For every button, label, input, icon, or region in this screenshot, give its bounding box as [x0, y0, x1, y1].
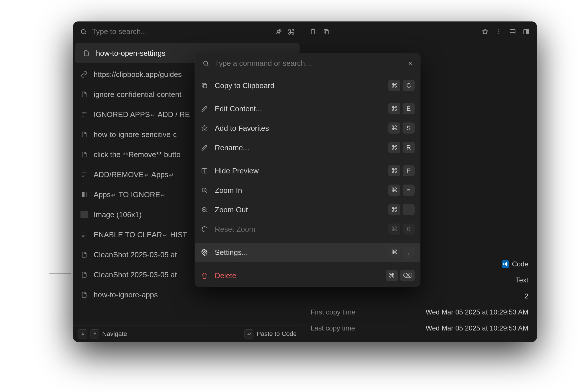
meta-first-label: First copy time: [311, 308, 355, 316]
list-item-label: CleanShot 2025-03-05 at: [94, 250, 177, 259]
svg-point-40: [204, 252, 205, 253]
shortcut-keys: ⌘0: [388, 223, 415, 235]
reset-icon: [200, 225, 208, 233]
svg-line-34: [206, 192, 207, 193]
shortcut-keys: ⌘⌫: [386, 270, 415, 281]
meta-first-row: First copy time Wed Mar 05 2025 at 10:29…: [311, 304, 528, 320]
panel-right-icon[interactable]: [522, 27, 531, 36]
zoomin-icon: [200, 186, 208, 194]
svg-line-1: [85, 33, 86, 34]
panel-bottom-icon[interactable]: [508, 27, 517, 36]
cmd-label: Zoom In: [215, 186, 382, 195]
list-item-label: click the **Remove** butto: [94, 150, 180, 159]
svg-rect-4: [325, 31, 329, 34]
file-icon: [80, 91, 88, 98]
image-icon: [80, 211, 88, 218]
svg-rect-23: [86, 192, 86, 197]
list-item-label: Apps↵ TO IGNORE↵: [94, 190, 166, 199]
search-icon: [202, 59, 210, 68]
file-icon: [83, 50, 90, 57]
search-icon: [79, 27, 88, 36]
meta-app-value: Code: [512, 260, 528, 268]
svg-point-28: [204, 61, 208, 65]
meta-count-row: 2: [311, 288, 528, 304]
cmd-label: Edit Content...: [215, 104, 382, 113]
pin-icon[interactable]: [274, 27, 283, 36]
panel-icon: [200, 167, 208, 175]
list-item-label: how-to-ignore-sencitive-c: [94, 130, 177, 139]
svg-rect-21: [83, 192, 84, 197]
arrow-up-key: [90, 329, 99, 338]
cmd-rename[interactable]: Rename...⌘R: [195, 138, 420, 157]
list-item-label: how-to-open-settings: [96, 49, 166, 58]
file-icon: [80, 251, 88, 258]
cmd-zoom-out[interactable]: Zoom Out⌘-: [195, 200, 420, 219]
cmd-delete[interactable]: Delete⌘⌫: [195, 266, 420, 285]
cmd-zoom-in[interactable]: Zoom In⌘=: [195, 181, 420, 200]
svg-line-38: [206, 211, 207, 213]
cmd-label: Copy to Clipboard: [215, 81, 382, 90]
svg-rect-30: [203, 84, 207, 88]
vscode-icon: [502, 260, 509, 268]
shortcut-keys: ⌘,: [388, 247, 415, 258]
more-icon[interactable]: [495, 27, 503, 36]
cmd-label: Rename...: [215, 143, 382, 152]
list-item-label: Image (106x1): [94, 210, 142, 219]
svg-line-29: [207, 65, 209, 66]
svg-point-7: [498, 33, 499, 34]
text-icon: [80, 231, 88, 238]
list-item[interactable]: how-to-ignore-apps: [73, 285, 302, 305]
header-right: [302, 21, 537, 42]
sidebar-footer: Navigate Paste to Code: [73, 325, 302, 342]
cmd-copy-to-clipboard[interactable]: Copy to Clipboard⌘C: [195, 76, 420, 95]
arrow-down-key: [78, 329, 87, 338]
shortcut-keys: ⌘S: [388, 122, 415, 134]
zoomout-icon: [200, 206, 208, 214]
cmd-label: Reset Zoom: [215, 225, 382, 234]
meta-last-label: Last copy time: [311, 324, 355, 332]
svg-rect-20: [82, 192, 83, 197]
copy-icon[interactable]: [322, 27, 331, 36]
file-icon: [80, 151, 88, 158]
file-icon: [80, 131, 88, 138]
close-icon[interactable]: ✕: [407, 60, 413, 67]
star-icon: [200, 124, 208, 132]
list-item-label: CleanShot 2025-03-05 at: [94, 270, 177, 279]
palette-search-input[interactable]: [215, 59, 402, 68]
text-icon: [80, 171, 88, 178]
shortcut-keys: ⌘R: [388, 142, 415, 153]
svg-rect-11: [527, 29, 529, 34]
cmd-reset-zoom: Reset Zoom⌘0: [195, 219, 420, 239]
cmd-edit-content[interactable]: Edit Content...⌘E: [195, 99, 420, 118]
command-icon[interactable]: [287, 27, 296, 36]
search-input[interactable]: [92, 27, 270, 36]
return-key: [244, 329, 253, 338]
svg-point-0: [81, 29, 85, 33]
star-icon[interactable]: [481, 27, 489, 36]
cmd-settings[interactable]: Settings...⌘,: [195, 243, 420, 262]
svg-rect-8: [510, 29, 515, 34]
annotation-line: [49, 273, 71, 274]
pencil-icon: [200, 105, 208, 113]
svg-rect-3: [311, 29, 315, 34]
list-item-label: how-to-ignore-apps: [94, 290, 158, 299]
bars-icon: [80, 191, 88, 198]
navigate-label: Navigate: [102, 330, 127, 338]
cmd-hide-preview[interactable]: Hide Preview⌘P: [195, 161, 420, 181]
meta-count-value: 2: [525, 292, 528, 300]
meta-type-value: Text: [516, 276, 528, 284]
cmd-label: Hide Preview: [215, 167, 382, 175]
svg-point-6: [498, 31, 499, 32]
file-icon: [80, 291, 88, 298]
file-icon: [80, 271, 88, 278]
copy-icon: [200, 82, 208, 90]
cmd-add-to-favorites[interactable]: Add to Favorites⌘S: [195, 118, 420, 138]
meta-first-value: Wed Mar 05 2025 at 10:29:53 AM: [426, 308, 528, 316]
list-item-label: https://clipbook.app/guides: [94, 70, 182, 79]
clipboard-icon[interactable]: [308, 27, 317, 36]
command-palette: ✕ Copy to Clipboard⌘CEdit Content...⌘EAd…: [195, 53, 420, 287]
paste-label[interactable]: Paste to Code: [257, 330, 297, 338]
list-item-label: ignore-confidential-content: [94, 90, 181, 99]
cmd-label: Settings...: [215, 248, 382, 257]
list-item-label: IGNORED APPS↵ ADD / RE: [94, 110, 190, 119]
